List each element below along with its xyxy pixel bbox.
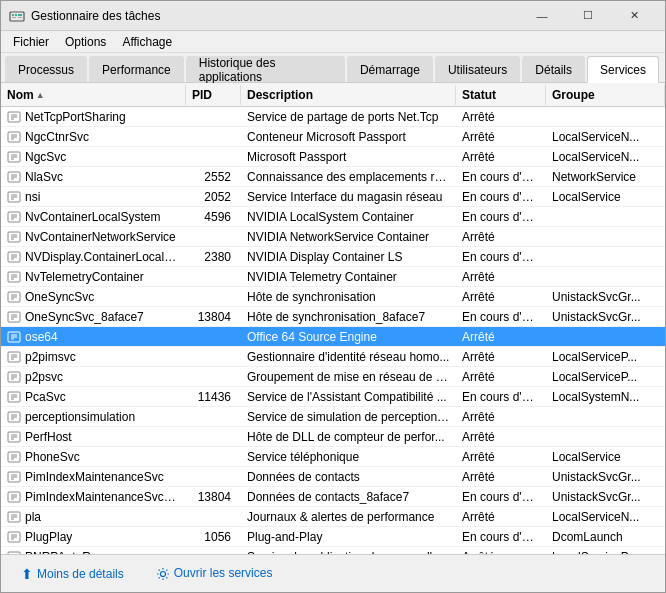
cell-statut: Arrêté bbox=[456, 268, 546, 286]
cell-statut: Arrêté bbox=[456, 408, 546, 426]
menu-bar: Fichier Options Affichage bbox=[1, 31, 665, 53]
cell-groupe bbox=[546, 275, 665, 279]
cell-groupe bbox=[546, 255, 665, 259]
service-icon bbox=[7, 350, 21, 364]
cell-pid bbox=[186, 235, 241, 239]
open-services-button[interactable]: Ouvrir les services bbox=[148, 562, 281, 585]
table-row[interactable]: NvTelemetryContainer NVIDIA Telemetry Co… bbox=[1, 267, 665, 287]
tab-processus[interactable]: Processus bbox=[5, 56, 87, 82]
cell-pid: 1056 bbox=[186, 528, 241, 546]
app-icon bbox=[9, 8, 25, 24]
minimize-button[interactable]: — bbox=[519, 1, 565, 31]
tab-historique[interactable]: Historique des applications bbox=[186, 56, 345, 82]
table-row[interactable]: PerfHost Hôte de DLL de compteur de perf… bbox=[1, 427, 665, 447]
cell-nom: PimIndexMaintenanceSvc_... bbox=[1, 488, 186, 506]
menu-options[interactable]: Options bbox=[57, 33, 114, 51]
cell-nom: NetTcpPortSharing bbox=[1, 108, 186, 126]
cell-statut: En cours d'exé... bbox=[456, 308, 546, 326]
svg-rect-2 bbox=[15, 14, 17, 16]
table-body: NetTcpPortSharing Service de partage de … bbox=[1, 107, 665, 554]
menu-fichier[interactable]: Fichier bbox=[5, 33, 57, 51]
table-row[interactable]: p2pimsvc Gestionnaire d'identité réseau … bbox=[1, 347, 665, 367]
tab-details[interactable]: Détails bbox=[522, 56, 585, 82]
cell-pid: 2380 bbox=[186, 248, 241, 266]
cell-description: NVIDIA Telemetry Container bbox=[241, 268, 456, 286]
cell-description: Office 64 Source Engine bbox=[241, 328, 456, 346]
cell-pid bbox=[186, 135, 241, 139]
cell-groupe: LocalSystemN... bbox=[546, 388, 665, 406]
cell-groupe: UnistackSvcGr... bbox=[546, 468, 665, 486]
cell-nom: NgcCtnrSvc bbox=[1, 128, 186, 146]
svg-point-98 bbox=[160, 571, 165, 576]
table-row[interactable]: ose64 Office 64 Source Engine Arrêté bbox=[1, 327, 665, 347]
cell-pid: 11436 bbox=[186, 388, 241, 406]
table-row[interactable]: OneSyncSvc_8aface7 13804 Hôte de synchro… bbox=[1, 307, 665, 327]
table-row[interactable]: p2psvc Groupement de mise en réseau de p… bbox=[1, 367, 665, 387]
tab-services[interactable]: Services bbox=[587, 56, 659, 83]
cell-pid bbox=[186, 115, 241, 119]
menu-affichage[interactable]: Affichage bbox=[114, 33, 180, 51]
cell-description: Conteneur Microsoft Passport bbox=[241, 128, 456, 146]
table-row[interactable]: NvContainerLocalSystem 4596 NVIDIA Local… bbox=[1, 207, 665, 227]
service-icon bbox=[7, 110, 21, 124]
table-row[interactable]: NgcCtnrSvc Conteneur Microsoft Passport … bbox=[1, 127, 665, 147]
col-header-groupe[interactable]: Groupe bbox=[546, 85, 665, 105]
cell-nom: p2pimsvc bbox=[1, 348, 186, 366]
table-row[interactable]: NgcSvc Microsoft Passport Arrêté LocalSe… bbox=[1, 147, 665, 167]
cell-groupe: LocalServiceP... bbox=[546, 368, 665, 386]
table-row[interactable]: NvContainerNetworkService NVIDIA Network… bbox=[1, 227, 665, 247]
cell-nom: NgcSvc bbox=[1, 148, 186, 166]
col-header-statut[interactable]: Statut bbox=[456, 85, 546, 105]
col-header-nom[interactable]: Nom ▲ bbox=[1, 85, 186, 105]
service-icon bbox=[7, 290, 21, 304]
svg-rect-4 bbox=[12, 17, 16, 18]
cell-nom: perceptionsimulation bbox=[1, 408, 186, 426]
table-row[interactable]: PNRPAutoReg Service de publication des n… bbox=[1, 547, 665, 554]
cell-description: NVIDIA LocalSystem Container bbox=[241, 208, 456, 226]
table-row[interactable]: pla Journaux & alertes de performance Ar… bbox=[1, 507, 665, 527]
cell-nom: NvContainerLocalSystem bbox=[1, 208, 186, 226]
sort-arrow-nom: ▲ bbox=[36, 90, 45, 100]
table-row[interactable]: NVDisplay.ContainerLocalS... 2380 NVIDIA… bbox=[1, 247, 665, 267]
settings-icon bbox=[156, 566, 170, 581]
cell-groupe: LocalServiceN... bbox=[546, 128, 665, 146]
service-icon bbox=[7, 250, 21, 264]
cell-groupe bbox=[546, 215, 665, 219]
table-row[interactable]: NlaSvc 2552 Connaissance des emplacement… bbox=[1, 167, 665, 187]
cell-description: Hôte de synchronisation bbox=[241, 288, 456, 306]
cell-statut: En cours d'exé... bbox=[456, 248, 546, 266]
cell-groupe: LocalService bbox=[546, 448, 665, 466]
table-row[interactable]: OneSyncSvc Hôte de synchronisation Arrêt… bbox=[1, 287, 665, 307]
cell-pid bbox=[186, 515, 241, 519]
table-row[interactable]: PimIndexMaintenanceSvc_... 13804 Données… bbox=[1, 487, 665, 507]
cell-statut: Arrêté bbox=[456, 348, 546, 366]
table-row[interactable]: nsi 2052 Service Interface du magasin ré… bbox=[1, 187, 665, 207]
maximize-button[interactable]: ☐ bbox=[565, 1, 611, 31]
cell-pid bbox=[186, 155, 241, 159]
close-button[interactable]: ✕ bbox=[611, 1, 657, 31]
table-row[interactable]: perceptionsimulation Service de simulati… bbox=[1, 407, 665, 427]
service-icon bbox=[7, 370, 21, 384]
cell-description: Plug-and-Play bbox=[241, 528, 456, 546]
cell-statut: En cours d'exé... bbox=[456, 168, 546, 186]
cell-pid: 13804 bbox=[186, 308, 241, 326]
table-row[interactable]: PhoneSvc Service téléphonique Arrêté Loc… bbox=[1, 447, 665, 467]
cell-description: NVIDIA NetworkService Container bbox=[241, 228, 456, 246]
tab-utilisateurs[interactable]: Utilisateurs bbox=[435, 56, 520, 82]
table-row[interactable]: PlugPlay 1056 Plug-and-Play En cours d'e… bbox=[1, 527, 665, 547]
col-header-pid[interactable]: PID bbox=[186, 85, 241, 105]
table-row[interactable]: NetTcpPortSharing Service de partage de … bbox=[1, 107, 665, 127]
cell-groupe: LocalServiceP... bbox=[546, 348, 665, 366]
col-header-description[interactable]: Description bbox=[241, 85, 456, 105]
cell-pid bbox=[186, 295, 241, 299]
cell-groupe bbox=[546, 335, 665, 339]
table-row[interactable]: PcaSvc 11436 Service de l'Assistant Comp… bbox=[1, 387, 665, 407]
cell-description: Service de l'Assistant Compatibilité ... bbox=[241, 388, 456, 406]
tab-demarrage[interactable]: Démarrage bbox=[347, 56, 433, 82]
table-row[interactable]: PimIndexMaintenanceSvc Données de contac… bbox=[1, 467, 665, 487]
less-details-button[interactable]: ⬆ Moins de détails bbox=[13, 562, 132, 586]
cell-pid bbox=[186, 355, 241, 359]
svg-rect-1 bbox=[12, 14, 14, 16]
tab-performance[interactable]: Performance bbox=[89, 56, 184, 82]
cell-description: Service téléphonique bbox=[241, 448, 456, 466]
